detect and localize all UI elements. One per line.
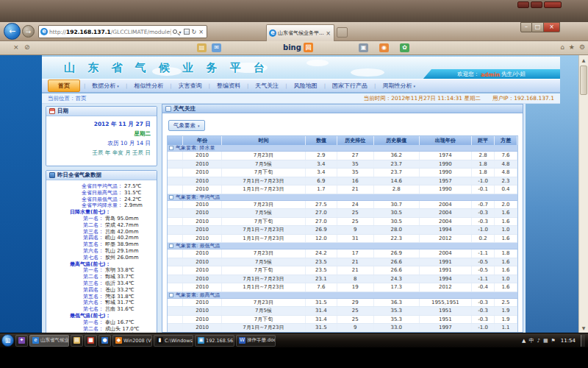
nav-item-8[interactable]: 国家下行产品 [326, 80, 374, 91]
rank-list-item[interactable]: 第一名：东明 33.8℃ [48, 267, 154, 274]
table-row[interactable]: 20107月5候27.02530.52004-0.31.6 [168, 209, 517, 218]
taskbar-folder-button[interactable]: ▤ [71, 335, 83, 347]
tray-icon-3[interactable]: ♪ [537, 338, 539, 344]
column-header[interactable]: 方差 [495, 136, 517, 145]
scrollbar-thumb[interactable] [580, 66, 587, 95]
rank-list-item[interactable]: 第七名：胶州 26.0mm [48, 255, 154, 261]
bing-toolbar[interactable]: bing 回 [283, 43, 313, 52]
table-row[interactable]: 20107月5候3.43523.719901.84.8 [168, 160, 517, 169]
nav-item-5[interactable]: 整编资料 [210, 80, 247, 91]
tray-icon-1[interactable]: ▲ [522, 338, 526, 344]
refresh-icon[interactable]: ↻ [192, 29, 197, 35]
addon-bar-close-icon[interactable]: × [13, 43, 19, 51]
blocked-content-icon[interactable]: ⊘ [24, 43, 30, 51]
nav-item-6[interactable]: 天气关注 [248, 80, 285, 91]
nav-item-4[interactable]: 灾害查询 [172, 80, 209, 91]
table-row[interactable]: 20107月下旬23.52126.61991-0.51.6 [168, 266, 517, 275]
group-row[interactable]: 气象要素: 最高气温 [168, 292, 517, 299]
tray-icon-5[interactable]: ⚑ [551, 338, 556, 344]
globe-plugin-icon[interactable]: ✿ [400, 43, 409, 52]
nav-item-1[interactable]: 首页 [48, 79, 80, 92]
rank-list-item[interactable]: 第二名：成山头 17.0℃ [48, 326, 154, 333]
column-header[interactable]: 数值 [306, 136, 337, 145]
column-header[interactable]: 距平 [472, 136, 495, 145]
rank-list-item[interactable]: 第一名：泰山 16.7℃ [48, 319, 154, 326]
table-row[interactable]: 20107月下旬27.02530.52004-0.31.6 [168, 218, 517, 227]
table-row[interactable]: 20107月下旬3.43523.719901.84.8 [168, 169, 517, 177]
rank-list-item[interactable]: 第五名：即墨 38.9mm [48, 241, 154, 248]
tray-icon-2[interactable]: 中 [528, 337, 534, 344]
expand-icon[interactable] [169, 244, 173, 248]
nav-item-2[interactable]: 数据分析▾ [85, 80, 126, 91]
rank-list-item[interactable]: 第四名：崂山 40.2mm [48, 235, 154, 241]
scroll-down-icon[interactable]: ▼ [579, 323, 588, 333]
taskbar-ie-button[interactable]: e山东省气候业... [29, 335, 69, 347]
back-button[interactable]: ← [4, 23, 21, 40]
taskbar-word-button[interactable]: W操作手册.docx ... [236, 335, 276, 347]
expand-icon[interactable] [169, 195, 173, 199]
taskbar-red-app-button[interactable]: ■ [85, 335, 97, 347]
column-header[interactable]: 出现年份 [420, 136, 472, 145]
url-text[interactable]: http://192.168.137.1/GLCCLIMATE/modules/… [49, 29, 171, 35]
column-header[interactable]: 时间 [222, 136, 306, 145]
table-row[interactable]: 20107月23日2.92736.219742.87.6 [168, 152, 517, 160]
rank-list-item[interactable]: 第三名：莒南 42.0mm [48, 229, 154, 236]
taskbar-clock[interactable]: 11:54 [559, 338, 578, 344]
table-row[interactable]: 20107月下旬31.42535.31951-0.31.9 [168, 316, 517, 325]
taskbar-rdp-button[interactable]: ▣192.168.56.99... [195, 335, 234, 347]
rank-list-item[interactable]: 第六名：郓城 31.7℃ [48, 300, 154, 306]
scroll-up-icon[interactable]: ▲ [579, 55, 588, 65]
address-bar[interactable]: e http://192.168.137.1/GLCCLIMATE/module… [38, 25, 207, 38]
forward-button[interactable]: → [22, 25, 35, 38]
table-row[interactable]: 20107月23日27.52430.72004-0.72.0 [168, 201, 517, 210]
group-row[interactable]: 气象要素: 降水量 [168, 145, 517, 152]
taskbar-pinned-icon[interactable]: ✦ [15, 335, 28, 347]
rank-list-item[interactable]: 第七名：莒南 31.6℃ [48, 306, 154, 313]
restore-button[interactable]: □ [532, 22, 544, 32]
expand-icon[interactable] [169, 146, 173, 150]
table-row[interactable]: 20107月1日~7月23日6.91614.61957-1.02.3 [168, 177, 517, 186]
start-button[interactable]: ⊞ [1, 334, 14, 347]
search-icon[interactable] [173, 29, 177, 34]
rank-list-item[interactable]: 第二名：鄄城 33.7℃ [48, 274, 154, 280]
nav-item-9[interactable]: 周期性分析▾ [376, 80, 422, 91]
taskbar-cmd-button[interactable]: ▮C:\Windows\s... [154, 335, 193, 347]
expand-icon[interactable] [169, 293, 173, 297]
table-row[interactable]: 20107月5候23.52126.61991-0.51.6 [168, 258, 517, 267]
tools-gear-icon[interactable]: ⚙ [579, 43, 585, 51]
group-row[interactable]: 气象要素: 最低气温 [168, 243, 517, 250]
rank-list-item[interactable]: 第一名：青岛 95.0mm [48, 216, 154, 222]
column-header[interactable]: 历史极值 [374, 136, 420, 145]
camera-plugin-icon[interactable]: ▣ [359, 43, 368, 52]
new-tab-button[interactable] [337, 27, 348, 38]
table-row[interactable]: 20107月23日24.21726.92004-1.11.8 [168, 250, 517, 258]
table-row[interactable]: 20107月1日~7月23日23.1824.31994-1.11.0 [168, 275, 517, 284]
table-row[interactable]: 20107月23日31.52936.31955,1951-0.32.5 [168, 299, 517, 308]
show-desktop-button[interactable] [581, 335, 585, 347]
taskbar-vm-button[interactable]: ◆Win2008 (VS2... [112, 335, 152, 347]
pet-plugin-icon[interactable]: ◉ [379, 43, 389, 52]
favorites-star-icon[interactable]: ★ [569, 43, 575, 51]
minimize-button[interactable]: – [520, 22, 532, 32]
rank-list-item[interactable]: 第三名：临沂 33.4℃ [48, 280, 154, 287]
card-toolbar-icon[interactable]: ▤ [197, 43, 207, 52]
rank-list-item[interactable]: 第五名：菏泽 31.8℃ [48, 294, 154, 300]
table-row[interactable]: 20107月1日~7月23日31.5933.01997-1.01.1 [168, 324, 517, 333]
tab-close-icon[interactable]: × [325, 30, 331, 37]
stop-icon[interactable]: × [198, 29, 204, 35]
home-icon[interactable]: ⌂ [560, 43, 564, 51]
rank-list-item[interactable]: 第四名：苍山 33.2℃ [48, 287, 154, 294]
browser-tab[interactable]: e 山东省气候业务平... × [266, 24, 334, 41]
mail-toolbar-icon[interactable]: ✉ [212, 43, 221, 52]
taskbar-blue-app-button[interactable]: ● [98, 335, 111, 347]
nav-item-3[interactable]: 相似性分析 [127, 80, 170, 91]
table-row[interactable]: 20107月1日~7月23日26.9928.01994-1.01.0 [168, 226, 517, 235]
table-row[interactable]: 20107月5候31.42535.31951-0.31.9 [168, 307, 517, 316]
nav-item-7[interactable]: 风险地图 [287, 80, 324, 91]
close-button[interactable]: × [544, 22, 560, 32]
column-header[interactable]: 历史排位 [337, 136, 374, 145]
tray-icon-4[interactable]: ▦ [543, 338, 548, 344]
group-row[interactable]: 气象要素: 平均气温 [168, 194, 517, 201]
element-selector-button[interactable]: 气象要素 ▾ [168, 120, 205, 131]
page-scrollbar[interactable]: ▲ ▼ [578, 55, 588, 333]
